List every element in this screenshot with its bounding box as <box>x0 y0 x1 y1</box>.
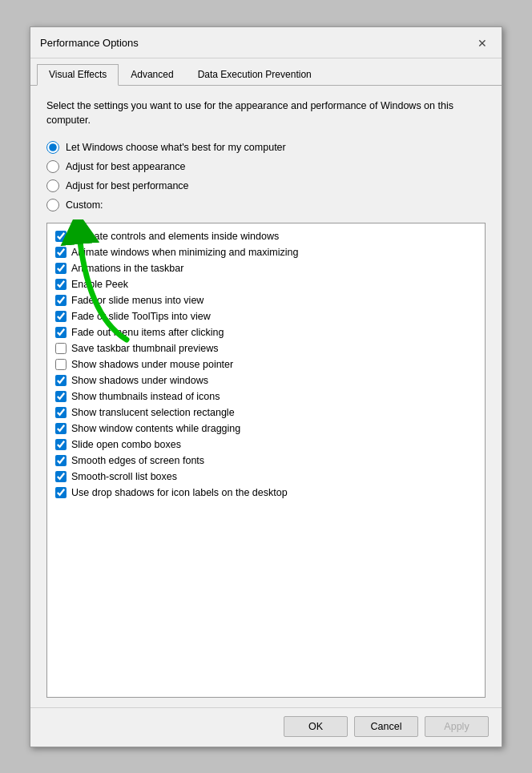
checkbox-item-cb15[interactable]: Smooth edges of screen fonts <box>50 453 482 469</box>
tab-bar: Visual Effects Advanced Data Execution P… <box>30 58 502 86</box>
tab-visual-effects[interactable]: Visual Effects <box>37 64 119 86</box>
radio-item-custom[interactable]: Custom: <box>46 199 486 211</box>
checkbox-item-cb5[interactable]: Fade or slide menus into view <box>50 292 482 308</box>
checkbox-label-cb11: Show thumbnails instead of icons <box>71 391 220 402</box>
apply-button[interactable]: Apply <box>425 716 489 737</box>
checkbox-item-cb3[interactable]: Animations in the taskbar <box>50 260 482 276</box>
checkbox-item-cb2[interactable]: Animate windows when minimizing and maxi… <box>50 244 482 260</box>
checkbox-item-cb7[interactable]: Fade out menu items after clicking <box>50 324 482 340</box>
checkbox-item-cb11[interactable]: Show thumbnails instead of icons <box>50 389 482 405</box>
checkbox-label-cb6: Fade or slide ToolTips into view <box>71 311 211 322</box>
radio-label-custom: Custom: <box>66 199 103 211</box>
checkbox-item-cb1[interactable]: Animate controls and elements inside win… <box>50 228 482 244</box>
checkbox-label-cb8: Save taskbar thumbnail previews <box>71 343 218 354</box>
checkbox-label-cb15: Smooth edges of screen fonts <box>71 455 204 466</box>
description-text: Select the settings you want to use for … <box>46 99 486 129</box>
tab-advanced[interactable]: Advanced <box>119 64 185 86</box>
dialog-content: Select the settings you want to use for … <box>30 86 502 707</box>
checkbox-list: Animate controls and elements inside win… <box>46 223 486 698</box>
checkbox-label-cb14: Slide open combo boxes <box>71 439 181 450</box>
performance-options-dialog: Performance Options ✕ Visual Effects Adv… <box>30 26 502 747</box>
checkbox-cb17[interactable] <box>55 487 66 498</box>
title-bar: Performance Options ✕ <box>30 27 502 58</box>
checkbox-label-cb12: Show translucent selection rectangle <box>71 407 235 418</box>
checkbox-item-cb10[interactable]: Show shadows under windows <box>50 372 482 389</box>
tab-dep[interactable]: Data Execution Prevention <box>186 64 324 86</box>
checkbox-item-cb16[interactable]: Smooth-scroll list boxes <box>50 469 482 485</box>
radio-group: Let Windows choose what's best for my co… <box>46 141 486 211</box>
checkbox-label-cb2: Animate windows when minimizing and maxi… <box>71 247 298 258</box>
checkbox-cb5[interactable] <box>55 295 66 306</box>
checkbox-item-cb8[interactable]: Save taskbar thumbnail previews <box>50 340 482 356</box>
checkbox-cb4[interactable] <box>55 279 66 290</box>
cancel-button[interactable]: Cancel <box>354 716 418 737</box>
checkbox-label-cb10: Show shadows under windows <box>71 375 208 386</box>
radio-label-windows-best: Let Windows choose what's best for my co… <box>66 142 286 153</box>
checkbox-label-cb3: Animations in the taskbar <box>71 263 183 274</box>
checkbox-cb13[interactable] <box>55 423 66 434</box>
checkbox-label-cb7: Fade out menu items after clicking <box>71 327 224 338</box>
checkbox-cb9[interactable] <box>55 359 66 370</box>
checkbox-label-cb16: Smooth-scroll list boxes <box>71 471 177 482</box>
checkbox-label-cb1: Animate controls and elements inside win… <box>71 231 279 242</box>
checkbox-cb8[interactable] <box>55 343 66 354</box>
radio-item-best-performance[interactable]: Adjust for best performance <box>46 179 486 192</box>
button-bar: OK Cancel Apply <box>30 707 502 747</box>
close-button[interactable]: ✕ <box>473 34 492 53</box>
checkbox-item-cb9[interactable]: Show shadows under mouse pointer <box>50 356 482 372</box>
checkbox-label-cb9: Show shadows under mouse pointer <box>71 359 233 370</box>
checkbox-cb11[interactable] <box>55 391 66 402</box>
ok-button[interactable]: OK <box>284 716 348 737</box>
dialog-title: Performance Options <box>40 37 139 49</box>
checkbox-item-cb14[interactable]: Slide open combo boxes <box>50 437 482 453</box>
checkbox-cb10[interactable] <box>55 375 66 386</box>
checkbox-cb7[interactable] <box>55 327 66 338</box>
checkbox-item-cb6[interactable]: Fade or slide ToolTips into view <box>50 308 482 324</box>
checkbox-cb2[interactable] <box>55 247 66 258</box>
radio-custom[interactable] <box>46 199 59 211</box>
checkbox-cb1[interactable] <box>55 231 66 242</box>
radio-label-best-performance: Adjust for best performance <box>66 180 189 191</box>
radio-label-best-appearance: Adjust for best appearance <box>66 161 185 172</box>
checkbox-item-cb17[interactable]: Use drop shadows for icon labels on the … <box>50 485 482 501</box>
radio-windows-best[interactable] <box>46 141 59 154</box>
radio-best-appearance[interactable] <box>46 160 59 173</box>
checkbox-label-cb13: Show window contents while dragging <box>71 423 240 434</box>
checkbox-item-cb4[interactable]: Enable Peek <box>50 276 482 292</box>
radio-item-best-appearance[interactable]: Adjust for best appearance <box>46 160 486 173</box>
checkbox-item-cb12[interactable]: Show translucent selection rectangle <box>50 405 482 421</box>
checkbox-cb6[interactable] <box>55 311 66 322</box>
checkbox-label-cb5: Fade or slide menus into view <box>71 295 204 306</box>
checkbox-cb16[interactable] <box>55 471 66 482</box>
radio-best-performance[interactable] <box>46 179 59 192</box>
checkbox-cb14[interactable] <box>55 439 66 450</box>
checkbox-item-cb13[interactable]: Show window contents while dragging <box>50 421 482 437</box>
checkbox-cb15[interactable] <box>55 455 66 466</box>
checkbox-cb3[interactable] <box>55 263 66 274</box>
checkbox-label-cb17: Use drop shadows for icon labels on the … <box>71 487 288 498</box>
checkbox-cb12[interactable] <box>55 407 66 418</box>
radio-item-windows-best[interactable]: Let Windows choose what's best for my co… <box>46 141 486 154</box>
checkbox-label-cb4: Enable Peek <box>71 279 128 290</box>
